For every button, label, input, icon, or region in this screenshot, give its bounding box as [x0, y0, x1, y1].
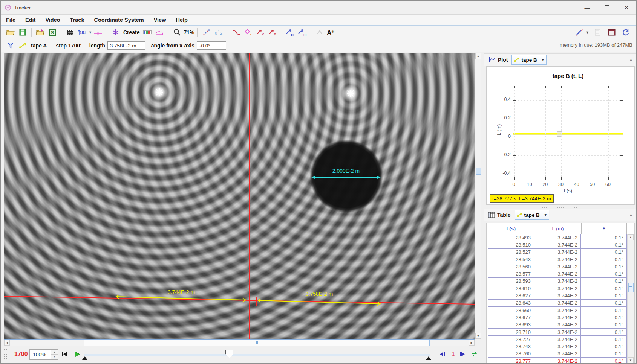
plot-track-selector[interactable]: tape B ▼: [511, 55, 546, 65]
acceleration-icon[interactable]: a: [267, 27, 277, 37]
goto-start-button[interactable]: [60, 349, 69, 359]
velocity-icon[interactable]: v: [255, 27, 265, 37]
table-collapse-button[interactable]: ▲: [629, 213, 633, 217]
create-button[interactable]: Create: [123, 29, 140, 35]
in-point-marker[interactable]: [82, 356, 87, 360]
table-row[interactable]: 28.7433.744E-20.1°: [488, 343, 627, 350]
table-row[interactable]: 28.5603.744E-20.1°: [488, 263, 627, 270]
length-field[interactable]: 3.758E-2 m: [107, 41, 145, 50]
column-header-L[interactable]: L (m): [534, 223, 582, 234]
rate-value[interactable]: 100%: [30, 352, 51, 358]
table-row[interactable]: 28.5273.744E-20.1°: [488, 249, 627, 256]
close-button[interactable]: ×: [617, 1, 636, 14]
step-labels-icon[interactable]: 012: [213, 27, 223, 37]
scrollbar-thumb[interactable]: [84, 340, 430, 346]
table-row[interactable]: 28.5773.744E-20.1°: [488, 270, 627, 277]
table-row[interactable]: 28.6933.744E-20.1°: [488, 321, 627, 329]
video-horizontal-scrollbar[interactable]: ◀ ▶: [4, 340, 475, 346]
menu-coordinate-system[interactable]: Coordinate System: [94, 17, 144, 23]
stretch-icon[interactable]: [285, 27, 295, 37]
menu-help[interactable]: Help: [176, 17, 187, 23]
axes-icon[interactable]: [93, 27, 103, 37]
momentum-icon[interactable]: m: [297, 27, 307, 37]
menu-video[interactable]: Video: [45, 17, 60, 23]
column-header-t[interactable]: t (s): [488, 223, 534, 234]
ruler-icon[interactable]: [142, 27, 152, 37]
clip-settings-icon[interactable]: [65, 27, 75, 37]
tape-b-measure-label[interactable]: 3.744E-2 m: [168, 289, 195, 295]
scroll-right-button[interactable]: ▶: [469, 340, 475, 346]
plot-collapse-button[interactable]: ▲: [629, 58, 633, 62]
minimize-button[interactable]: —: [577, 1, 597, 14]
open-library-icon[interactable]: [35, 27, 45, 37]
video-view[interactable]: 3.744E-2 m 3.758E-2 m 2.000E-2 m: [4, 53, 475, 340]
scroll-left-button[interactable]: ◀: [4, 340, 10, 346]
menu-view[interactable]: View: [154, 17, 166, 23]
frame-slider-thumb[interactable]: [225, 350, 233, 358]
table-row[interactable]: 28.6773.744E-20.1°: [488, 314, 627, 321]
scrollbar-thumb[interactable]: [476, 168, 481, 175]
track-filter-icon[interactable]: [6, 41, 15, 50]
plot-area[interactable]: tape B (t, L) L (m) t (s) t=28.777 s L=3…: [486, 66, 635, 205]
table-row[interactable]: 28.6603.744E-20.1°: [488, 307, 627, 314]
track-name-label[interactable]: tape A: [31, 43, 47, 49]
rate-down-button[interactable]: ▼: [51, 355, 58, 359]
drawings-caret-icon[interactable]: ▼: [586, 30, 589, 34]
create-icon[interactable]: [111, 27, 121, 37]
plot-box[interactable]: [513, 86, 623, 180]
frame-slider-track[interactable]: [84, 354, 430, 356]
chevron-down-icon[interactable]: ▼: [542, 213, 547, 217]
font-size-button[interactable]: A⁺: [327, 29, 335, 36]
zoom-level[interactable]: 71%: [184, 29, 194, 35]
table-row[interactable]: 28.6103.744E-20.1°: [488, 285, 627, 292]
video-vertical-scrollbar[interactable]: ▲ ▼: [475, 53, 481, 339]
player-grip-handle[interactable]: [3, 349, 8, 361]
maximize-button[interactable]: [597, 1, 617, 14]
step-size-value[interactable]: 1: [452, 351, 455, 357]
table-row[interactable]: 28.5103.744E-20.1°: [488, 241, 627, 248]
rate-spinner[interactable]: 100% ▲▼: [29, 349, 58, 360]
save-zip-icon[interactable]: S: [47, 27, 57, 37]
chevron-down-icon[interactable]: ▼: [539, 58, 545, 62]
angle-field[interactable]: -0.0°: [197, 41, 226, 50]
drawings-icon[interactable]: [574, 27, 584, 37]
table-row[interactable]: 28.7773.744E-20.1°: [488, 358, 627, 364]
scrollbar-thumb[interactable]: [628, 283, 634, 292]
scroll-up-button[interactable]: ▲: [475, 53, 481, 59]
tape-icon[interactable]: [18, 41, 28, 50]
table-row[interactable]: 28.6273.744E-20.1°: [488, 292, 627, 299]
table-scrollbar[interactable]: ▲ ▼: [627, 234, 634, 363]
rate-up-button[interactable]: ▲: [51, 350, 58, 355]
table-row[interactable]: 28.5933.744E-20.1°: [488, 278, 627, 285]
table-row[interactable]: 28.7603.744E-20.1°: [488, 350, 627, 358]
out-point-marker[interactable]: [426, 356, 431, 360]
data-tool-icon[interactable]: [607, 27, 617, 37]
scroll-down-button[interactable]: ▼: [475, 333, 481, 339]
frame-number[interactable]: 1700: [14, 351, 28, 358]
zoom-icon[interactable]: [172, 27, 182, 37]
save-icon[interactable]: [18, 27, 28, 37]
refresh-icon[interactable]: [621, 27, 631, 37]
protractor-icon[interactable]: [155, 27, 164, 37]
table-row[interactable]: 28.4933.744E-20.1°: [488, 234, 627, 241]
table-row[interactable]: 28.5433.744E-20.1°: [488, 256, 627, 263]
scroll-up-button[interactable]: ▲: [628, 234, 634, 240]
tape-a-measure-label[interactable]: 3.758E-2 m: [306, 291, 333, 297]
column-header-theta[interactable]: θ: [582, 223, 627, 234]
table-row[interactable]: 28.7103.744E-20.1°: [488, 329, 627, 336]
menu-file[interactable]: File: [6, 17, 15, 23]
calibration-icon[interactable]: 10: [77, 27, 87, 37]
menu-edit[interactable]: Edit: [25, 17, 35, 23]
path-icon[interactable]: [231, 27, 241, 37]
table-row[interactable]: 28.7273.744E-20.1°: [488, 336, 627, 343]
calibration-caret-icon[interactable]: ▼: [89, 30, 92, 34]
menu-track[interactable]: Track: [70, 17, 84, 23]
scroll-down-button[interactable]: ▼: [628, 357, 634, 363]
open-icon[interactable]: [6, 27, 15, 37]
position-icon[interactable]: x: [243, 27, 253, 37]
trails-icon[interactable]: [201, 27, 211, 37]
step-forward-button[interactable]: [458, 349, 467, 359]
table-track-selector[interactable]: tape B ▼: [514, 210, 549, 220]
step-back-button[interactable]: [437, 349, 447, 359]
loop-button[interactable]: [470, 349, 479, 359]
